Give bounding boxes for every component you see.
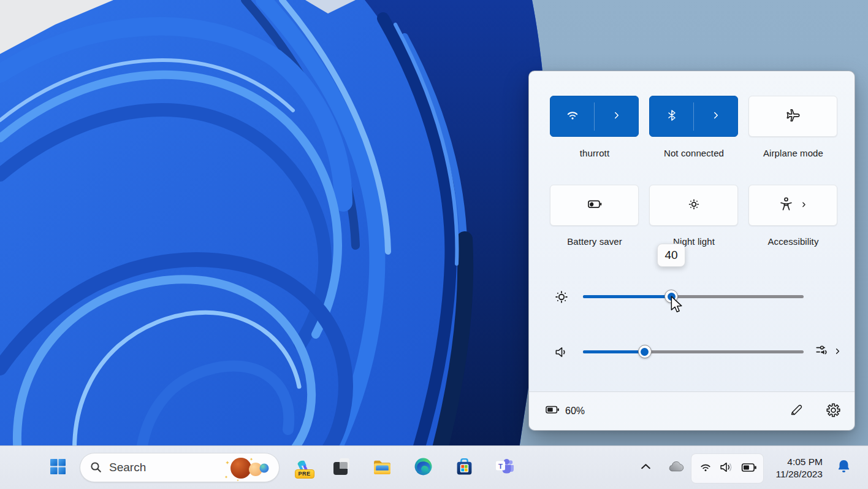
tray-show-hidden-icons-button[interactable] <box>634 454 657 481</box>
brightness-value-tooltip: 40 <box>657 244 685 267</box>
speaker-icon <box>552 343 571 361</box>
battery-icon <box>545 404 560 418</box>
night-light-tile[interactable] <box>649 185 738 226</box>
chevron-up-icon <box>640 462 652 473</box>
settings-button[interactable] <box>823 401 843 422</box>
search-icon <box>89 461 103 474</box>
pencil-icon <box>789 402 804 420</box>
taskbar-app-copilot[interactable]: PRE <box>289 454 316 481</box>
brightness-icon <box>552 288 571 306</box>
battery-status[interactable]: 60% <box>545 404 585 418</box>
notification-bell-button[interactable] <box>831 454 856 481</box>
taskbar-app-teams[interactable]: T <box>491 454 518 481</box>
accessibility-icon <box>779 196 794 214</box>
accessibility-tile-label: Accessibility <box>744 236 842 247</box>
quick-settings-panel: thurrott Not connected Airplane mode <box>528 71 855 431</box>
battery-saver-tile[interactable] <box>550 185 639 226</box>
chevron-right-icon <box>710 110 721 123</box>
bluetooth-expand-button[interactable] <box>694 96 737 136</box>
brightness-slider-track[interactable] <box>583 295 804 298</box>
wifi-icon <box>698 460 713 477</box>
chevron-right-icon <box>611 110 622 123</box>
tray-onedrive-button[interactable] <box>664 454 687 481</box>
airplane-mode-tile[interactable] <box>748 96 837 137</box>
wifi-tile-label: thurrott <box>546 148 644 158</box>
volume-slider-thumb[interactable] <box>638 345 652 358</box>
chevron-right-icon[interactable] <box>833 347 842 358</box>
notification-bell-icon <box>837 459 851 477</box>
brightness-value-text: 40 <box>664 248 677 262</box>
planets-illustration <box>221 453 275 483</box>
battery-percent-text: 60% <box>565 406 585 417</box>
wifi-expand-button[interactable] <box>595 96 638 136</box>
audio-output-icon[interactable] <box>815 343 831 361</box>
taskbar-app-store[interactable] <box>451 454 478 481</box>
bluetooth-toggle[interactable] <box>650 96 693 136</box>
bluetooth-tile[interactable] <box>649 96 738 137</box>
clock-time: 4:05 PM <box>787 456 823 468</box>
tray-quick-settings-button[interactable] <box>691 453 764 483</box>
quick-settings-footer: 60% <box>529 391 855 430</box>
chevron-right-icon <box>800 200 808 211</box>
brightness-slider-fill <box>583 295 671 298</box>
taskbar-app-overlapping-windows[interactable] <box>328 454 355 481</box>
microsoft-store-icon <box>454 456 474 479</box>
battery-saver-icon <box>586 196 603 215</box>
wifi-tile[interactable] <box>550 96 639 137</box>
overlapping-windows-icon <box>332 456 351 479</box>
night-light-icon <box>686 196 702 215</box>
brightness-slider-row <box>529 287 855 307</box>
bluetooth-tile-label: Not connected <box>645 148 743 158</box>
copilot-pre-badge: PRE <box>295 469 314 479</box>
taskbar-search[interactable] <box>80 453 280 482</box>
battery-icon <box>741 461 757 476</box>
file-explorer-icon <box>372 456 392 479</box>
clock-date: 11/28/2023 <box>776 468 823 480</box>
windows-logo <box>50 458 66 477</box>
copilot-preview-icon: PRE <box>293 458 313 478</box>
volume-slider-fill <box>583 350 645 353</box>
microsoft-edge-icon <box>413 456 433 479</box>
accessibility-tile[interactable] <box>748 185 837 226</box>
bluetooth-icon <box>664 108 679 125</box>
tray-clock[interactable]: 4:05 PM 11/28/2023 <box>767 453 823 483</box>
onedrive-icon <box>668 460 684 475</box>
teams-letter: T <box>498 463 503 470</box>
edit-quick-settings-button[interactable] <box>786 401 807 422</box>
speaker-icon <box>719 460 734 477</box>
volume-slider-track[interactable] <box>583 350 804 353</box>
airplane-icon <box>785 107 801 126</box>
taskbar-app-file-explorer[interactable] <box>368 454 395 481</box>
wifi-toggle[interactable] <box>550 96 594 136</box>
microsoft-teams-icon: T <box>494 456 515 479</box>
wifi-icon <box>565 107 581 126</box>
taskbar-app-edge[interactable] <box>409 454 436 481</box>
taskbar: PRE <box>0 445 868 489</box>
start-button[interactable] <box>44 454 71 481</box>
volume-slider-row <box>529 342 855 362</box>
battery-saver-tile-label: Battery saver <box>546 236 644 247</box>
airplane-tile-label: Airplane mode <box>744 148 842 158</box>
mouse-cursor <box>669 296 684 317</box>
gear-icon <box>826 402 841 420</box>
